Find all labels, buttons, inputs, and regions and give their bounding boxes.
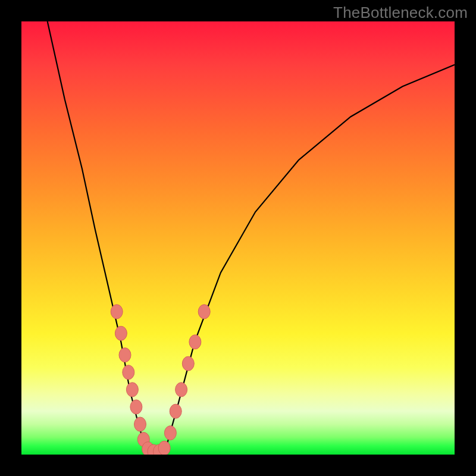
data-dot <box>115 326 127 340</box>
data-dot <box>126 383 138 397</box>
dots-group <box>111 305 210 455</box>
data-dot <box>170 404 181 418</box>
watermark-text: TheBottleneck.com <box>333 4 468 22</box>
bottleneck-curve <box>48 21 455 452</box>
plot-area <box>21 21 455 455</box>
data-dot <box>164 426 176 440</box>
data-dot <box>134 417 146 431</box>
data-dot <box>198 305 210 319</box>
data-dot <box>189 335 201 349</box>
data-dot <box>111 305 123 319</box>
data-dot <box>182 356 194 371</box>
curve-group <box>48 21 455 452</box>
chart-svg <box>21 21 455 455</box>
data-dot <box>130 400 142 414</box>
data-dot <box>158 441 170 455</box>
data-dot <box>176 383 187 397</box>
data-dot <box>123 365 134 380</box>
outer-frame: TheBottleneck.com <box>0 0 476 476</box>
data-dot <box>119 348 131 362</box>
